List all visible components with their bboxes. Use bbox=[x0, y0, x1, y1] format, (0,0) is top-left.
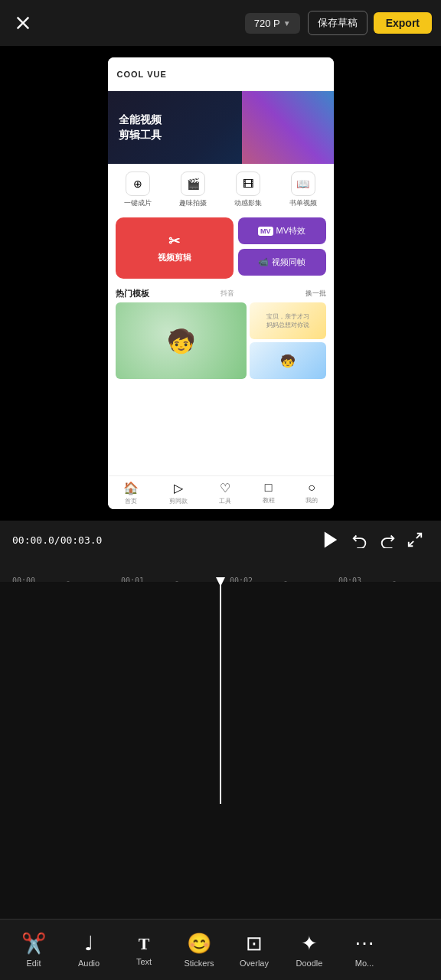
svg-line-3 bbox=[416, 534, 421, 538]
profile-label: 我的 bbox=[305, 496, 318, 505]
nav-profile[interactable]: ○ 我的 bbox=[305, 481, 318, 505]
hot-templates-header: 热门模板 抖音 换一批 bbox=[108, 283, 334, 302]
hero-right bbox=[242, 91, 334, 164]
template-grid: 🧒 宝贝，亲于才习妈妈总想对你说 🧒 bbox=[108, 302, 334, 379]
chevron-down-icon: ▼ bbox=[283, 19, 291, 28]
save-draft-button[interactable]: 保存草稿 bbox=[308, 11, 368, 35]
doodle-label: Doodle bbox=[296, 959, 323, 968]
dynamic-album-icon: 🎞 bbox=[236, 172, 260, 196]
mv-label: MV特效 bbox=[276, 225, 306, 237]
audio-label: Audio bbox=[78, 959, 100, 968]
mv-feature[interactable]: MV MV特效 bbox=[238, 217, 326, 244]
redo-button[interactable] bbox=[374, 526, 401, 554]
quick-action-book-video[interactable]: 📖 书单视频 bbox=[289, 172, 317, 208]
fun-shoot-label: 趣味拍摄 bbox=[179, 198, 207, 208]
tool-audio[interactable]: ♩ Audio bbox=[61, 926, 116, 974]
ruler-tick-2: 00:02 bbox=[230, 577, 253, 582]
mv-badge: MV bbox=[258, 227, 273, 236]
ruler-tick-1: 00:01 bbox=[121, 577, 144, 582]
profile-icon: ○ bbox=[308, 481, 315, 495]
quick-action-dynamic-album[interactable]: 🎞 动感影集 bbox=[234, 172, 262, 208]
template-text-top: 宝贝，亲于才习妈妈总想对你说 bbox=[265, 311, 311, 331]
template-thumb-large-inner: 🧒 bbox=[116, 302, 247, 379]
dynamic-album-label: 动感影集 bbox=[234, 198, 262, 208]
ruler-tick-3: 00:03 bbox=[338, 577, 361, 582]
tool-edit[interactable]: ✂️ Edit bbox=[6, 926, 61, 974]
book-video-icon: 📖 bbox=[291, 172, 315, 196]
text-tool-icon: T bbox=[139, 934, 150, 954]
one-click-label: 一键成片 bbox=[124, 198, 152, 208]
more-label: Mo... bbox=[355, 959, 374, 968]
stickers-label: Stickers bbox=[184, 959, 214, 968]
app-bottom-nav: 🏠 首页 ▷ 剪同款 ♡ 工具 □ 教程 ○ 我的 bbox=[108, 475, 334, 509]
hero-text: 全能视频剪辑工具 bbox=[119, 113, 162, 142]
nav-tutorials[interactable]: □ 教程 bbox=[263, 481, 275, 505]
time-display: 00:00.0/00:03.0 bbox=[12, 534, 315, 546]
undo-button[interactable] bbox=[346, 526, 374, 554]
one-click-icon: ⊕ bbox=[126, 172, 150, 196]
audio-tool-icon: ♩ bbox=[84, 932, 93, 956]
doodle-tool-icon: ✦ bbox=[301, 932, 318, 956]
tool-more[interactable]: ⋯ Mo... bbox=[337, 926, 392, 974]
tool-text[interactable]: T Text bbox=[116, 928, 172, 972]
douyin-sub: 抖音 bbox=[220, 289, 234, 299]
quick-action-one-click[interactable]: ⊕ 一键成片 bbox=[124, 172, 152, 208]
close-button[interactable] bbox=[9, 9, 37, 37]
playhead bbox=[220, 582, 221, 804]
export-button[interactable]: Export bbox=[374, 12, 432, 34]
book-video-label: 书单视频 bbox=[289, 198, 317, 208]
fullscreen-button[interactable] bbox=[401, 526, 429, 554]
video-edit-label: 视频剪辑 bbox=[158, 252, 191, 263]
home-icon: 🏠 bbox=[123, 481, 139, 495]
hero-collage bbox=[242, 91, 334, 164]
tools-icon: ♡ bbox=[220, 481, 230, 495]
resolution-button[interactable]: 720 P ▼ bbox=[245, 13, 300, 34]
tool-stickers[interactable]: 😊 Stickers bbox=[172, 926, 227, 974]
hot-templates-label: 热门模板 bbox=[116, 288, 149, 299]
svg-marker-2 bbox=[325, 532, 337, 548]
video-sync-label: 视频同帧 bbox=[272, 256, 305, 268]
clips-icon: ▷ bbox=[174, 481, 183, 495]
quick-actions: ⊕ 一键成片 🎬 趣味拍摄 🎞 动感影集 📖 书单视频 bbox=[108, 164, 334, 213]
tool-doodle[interactable]: ✦ Doodle bbox=[282, 926, 337, 974]
stickers-tool-icon: 😊 bbox=[187, 932, 211, 956]
child-figure-icon: 🧒 bbox=[167, 328, 195, 354]
overlay-tool-icon: ⊡ bbox=[246, 932, 263, 956]
app-header: COOL VUE bbox=[108, 57, 334, 91]
text-label: Text bbox=[136, 957, 152, 966]
feature-grid: ✂ 视频剪辑 MV MV特效 📹 视频同帧 bbox=[108, 213, 334, 283]
total-time: 00:03.0 bbox=[60, 534, 103, 546]
template-thumb-large[interactable]: 🧒 bbox=[116, 302, 247, 379]
scissors-tool-icon: ✂️ bbox=[21, 932, 46, 956]
nav-home[interactable]: 🏠 首页 bbox=[123, 481, 139, 505]
time-controls: 00:00.0/00:03.0 bbox=[0, 521, 441, 559]
edit-label: Edit bbox=[27, 959, 41, 968]
quick-action-fun-shoot[interactable]: 🎬 趣味拍摄 bbox=[179, 172, 207, 208]
overlay-label: Overlay bbox=[240, 959, 269, 968]
nav-clips[interactable]: ▷ 剪同款 bbox=[169, 481, 188, 505]
switch-batch-button[interactable]: 换一批 bbox=[305, 289, 326, 299]
video-camera-icon: 📹 bbox=[258, 257, 269, 267]
fun-shoot-icon: 🎬 bbox=[181, 172, 205, 196]
tool-overlay[interactable]: ⊡ Overlay bbox=[227, 926, 282, 974]
nav-tools[interactable]: ♡ 工具 bbox=[219, 481, 231, 505]
scissors-icon: ✂ bbox=[168, 233, 180, 250]
clips-label: 剪同款 bbox=[169, 497, 188, 505]
home-label: 首页 bbox=[125, 497, 137, 505]
child-face-icon: 🧒 bbox=[280, 354, 296, 368]
template-thumb-small-stack: 宝贝，亲于才习妈妈总想对你说 🧒 bbox=[250, 302, 326, 379]
play-button[interactable] bbox=[315, 524, 346, 555]
bottom-toolbar: ✂️ Edit ♩ Audio T Text 😊 Stickers ⊡ Over… bbox=[0, 919, 441, 980]
feature-right: MV MV特效 📹 视频同帧 bbox=[238, 217, 326, 279]
top-bar: 720 P ▼ 保存草稿 Export bbox=[0, 0, 441, 46]
tools-label: 工具 bbox=[219, 497, 231, 505]
template-thumb-sm-bottom[interactable]: 🧒 bbox=[250, 342, 326, 379]
video-sync-feature[interactable]: 📹 视频同帧 bbox=[238, 249, 326, 276]
template-thumb-sm-top[interactable]: 宝贝，亲于才习妈妈总想对你说 bbox=[250, 302, 326, 339]
phone-preview: COOL VUE 全能视频剪辑工具 ⊕ 一键成片 🎬 趣味拍摄 🎞 动感影集 bbox=[108, 57, 334, 509]
preview-area: COOL VUE 全能视频剪辑工具 ⊕ 一键成片 🎬 趣味拍摄 🎞 动感影集 bbox=[0, 46, 441, 521]
video-edit-feature[interactable]: ✂ 视频剪辑 bbox=[116, 217, 234, 279]
hero-banner: 全能视频剪辑工具 bbox=[108, 91, 334, 164]
app-logo: COOL VUE bbox=[117, 70, 167, 79]
current-time: 00:00.0 bbox=[12, 534, 54, 546]
